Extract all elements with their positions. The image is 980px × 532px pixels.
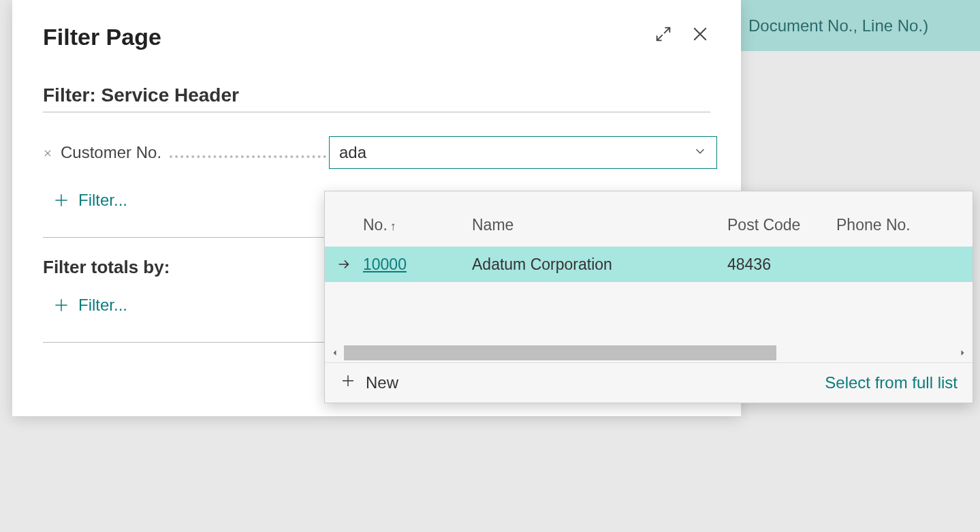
new-record-button[interactable]: New [340,373,398,393]
customer-no-input-wrap [329,136,717,169]
row-postcode-cell: 48436 [727,255,836,274]
column-header-no[interactable]: No.↑ [363,216,472,234]
customer-no-label: Customer No. [61,143,161,162]
background-header-text: Document No., Line No.) [748,14,928,37]
filter-section-title: Filter: Service Header [43,84,710,112]
horizontal-scrollbar[interactable] [325,343,973,362]
page-background-header: Document No., Line No.) [728,0,980,51]
dropdown-footer: New Select from full list [325,362,973,403]
label-dotted-line [170,151,326,158]
plus-icon [52,296,70,314]
select-from-full-list-link[interactable]: Select from full list [825,373,958,392]
col-spacer [325,216,363,234]
close-icon[interactable] [690,24,710,44]
column-no-label: No. [363,216,388,234]
scroll-right-icon[interactable] [956,349,968,357]
modal-controls [654,24,710,44]
remove-filter-icon[interactable] [43,148,52,158]
modal-header: Filter Page [43,24,710,50]
customer-lookup-dropdown: No.↑ Name Post Code Phone No. 10000 Adat… [324,191,973,403]
sort-asc-icon: ↑ [390,219,396,233]
scroll-thumb[interactable] [344,345,776,360]
column-header-phoneno[interactable]: Phone No. [836,216,973,234]
row-select-arrow-icon [325,257,363,272]
lookup-result-row[interactable]: 10000 Adatum Corporation 48436 [325,247,973,282]
add-filter-label: Filter... [78,191,127,210]
new-label: New [366,373,398,392]
field-label-wrap: Customer No. [43,143,329,162]
column-header-postcode[interactable]: Post Code [727,216,836,234]
page-title: Filter Page [43,24,161,50]
dropdown-header: No.↑ Name Post Code Phone No. [325,191,973,247]
row-no-cell[interactable]: 10000 [363,255,472,274]
plus-icon [340,373,356,393]
customer-no-input[interactable] [329,136,717,169]
row-no-link[interactable]: 10000 [363,255,407,273]
column-header-name[interactable]: Name [472,216,727,234]
add-totals-filter-label: Filter... [78,296,127,315]
dropdown-empty-area [325,282,973,343]
scroll-left-icon[interactable] [329,349,341,357]
row-name-cell: Adatum Corporation [472,255,727,274]
plus-icon [52,191,70,209]
customer-no-filter-row: Customer No. [43,136,710,169]
expand-icon[interactable] [654,25,673,44]
scroll-track-empty[interactable] [779,345,956,360]
